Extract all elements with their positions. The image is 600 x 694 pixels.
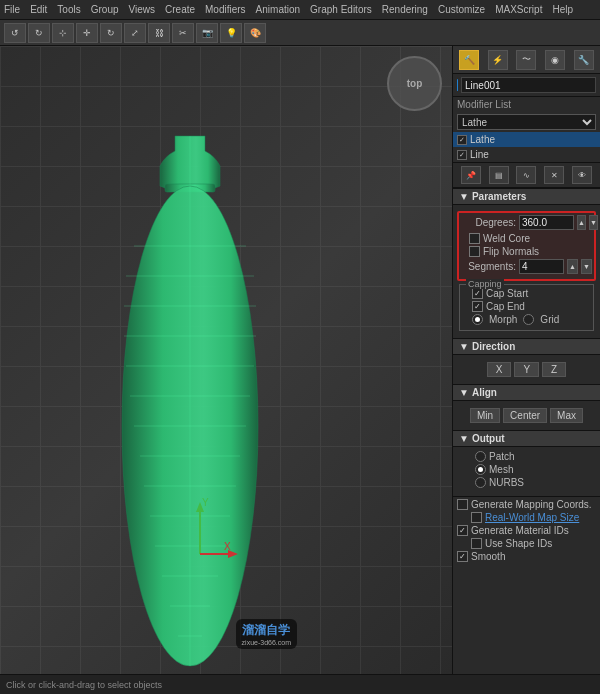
object-name-input[interactable] bbox=[461, 77, 596, 93]
toolbar-camera[interactable]: 📷 bbox=[196, 23, 218, 43]
output-mesh-radio[interactable] bbox=[475, 464, 486, 475]
cap-start-checkbox[interactable] bbox=[472, 288, 483, 299]
watermark-logo: 溜溜自学 bbox=[242, 622, 290, 639]
modifier-checkbox-lathe[interactable] bbox=[457, 135, 467, 145]
output-mesh-label: Mesh bbox=[489, 464, 513, 475]
direction-buttons-row: X Y Z bbox=[457, 362, 596, 377]
mod-icon-stack[interactable]: ▤ bbox=[489, 166, 509, 184]
align-section-header[interactable]: ▼ Align bbox=[453, 384, 600, 401]
menu-customize[interactable]: Customize bbox=[438, 4, 485, 15]
navigation-cube[interactable]: top bbox=[387, 56, 442, 111]
cap-start-label: Cap Start bbox=[486, 288, 528, 299]
parameters-collapse-icon: ▼ bbox=[459, 191, 469, 202]
toolbar-light[interactable]: 💡 bbox=[220, 23, 242, 43]
panel-icon-hierarchy[interactable]: ⚡ bbox=[488, 50, 508, 70]
object-color-swatch[interactable] bbox=[457, 79, 458, 91]
modifier-name-lathe: Lathe bbox=[470, 134, 596, 145]
output-nurbs-row: NURBS bbox=[467, 477, 596, 488]
toolbar-redo[interactable]: ↻ bbox=[28, 23, 50, 43]
use-shape-checkbox[interactable] bbox=[471, 538, 482, 549]
parameters-section-header[interactable]: ▼ Parameters bbox=[453, 188, 600, 205]
direction-section-content: X Y Z bbox=[453, 355, 600, 384]
cap-end-row: Cap End bbox=[464, 301, 589, 312]
toolbar-undo[interactable]: ↺ bbox=[4, 23, 26, 43]
segments-input[interactable] bbox=[519, 259, 564, 274]
menu-rendering[interactable]: Rendering bbox=[382, 4, 428, 15]
morph-label: Morph bbox=[489, 314, 517, 325]
weld-core-row: Weld Core bbox=[461, 233, 592, 244]
svg-text:Y: Y bbox=[202, 497, 209, 508]
panel-icon-utilities[interactable]: 🔧 bbox=[574, 50, 594, 70]
menu-animation[interactable]: Animation bbox=[256, 4, 300, 15]
direction-z-button[interactable]: Z bbox=[542, 362, 566, 377]
panel-icon-motion[interactable]: 〜 bbox=[516, 50, 536, 70]
menu-views[interactable]: Views bbox=[129, 4, 156, 15]
panel-icon-hammer[interactable]: 🔨 bbox=[459, 50, 479, 70]
svg-text:X: X bbox=[224, 541, 231, 552]
real-world-label: Real-World Map Size bbox=[485, 512, 579, 523]
toolbar: ↺ ↻ ⊹ ✛ ↻ ⤢ ⛓ ✂ 📷 💡 🎨 bbox=[0, 20, 600, 46]
panel-icon-display[interactable]: ◉ bbox=[545, 50, 565, 70]
menu-modifiers[interactable]: Modifiers bbox=[205, 4, 246, 15]
align-section-content: Min Center Max bbox=[453, 401, 600, 430]
direction-x-button[interactable]: X bbox=[487, 362, 512, 377]
toolbar-material[interactable]: 🎨 bbox=[244, 23, 266, 43]
status-bar: Click or click-and-drag to select object… bbox=[0, 674, 600, 694]
cap-end-checkbox[interactable] bbox=[472, 301, 483, 312]
mod-icon-delete[interactable]: ✕ bbox=[544, 166, 564, 184]
segments-spin-down[interactable]: ▼ bbox=[581, 259, 592, 274]
toolbar-move[interactable]: ✛ bbox=[76, 23, 98, 43]
degrees-input[interactable] bbox=[519, 215, 574, 230]
capping-title: Capping bbox=[466, 279, 504, 289]
mod-icon-display[interactable]: 👁 bbox=[572, 166, 592, 184]
toolbar-unlink[interactable]: ✂ bbox=[172, 23, 194, 43]
direction-y-button[interactable]: Y bbox=[514, 362, 539, 377]
mod-icon-pin[interactable]: 📌 bbox=[461, 166, 481, 184]
viewport-background: Y X top 溜溜自学 zixue-3d66.com bbox=[0, 46, 452, 674]
modifier-item-line[interactable]: Line bbox=[453, 147, 600, 162]
gen-material-checkbox[interactable] bbox=[457, 525, 468, 536]
toolbar-link[interactable]: ⛓ bbox=[148, 23, 170, 43]
gen-mapping-checkbox[interactable] bbox=[457, 499, 468, 510]
degrees-spin-up[interactable]: ▲ bbox=[577, 215, 586, 230]
smooth-checkbox[interactable] bbox=[457, 551, 468, 562]
viewport[interactable]: Y X top 溜溜自学 zixue-3d66.com bbox=[0, 46, 452, 674]
align-min-button[interactable]: Min bbox=[470, 408, 500, 423]
menu-group[interactable]: Group bbox=[91, 4, 119, 15]
direction-collapse-icon: ▼ bbox=[459, 341, 469, 352]
menu-graph-editors[interactable]: Graph Editors bbox=[310, 4, 372, 15]
menu-create[interactable]: Create bbox=[165, 4, 195, 15]
weld-core-label: Weld Core bbox=[483, 233, 530, 244]
direction-section-header[interactable]: ▼ Direction bbox=[453, 338, 600, 355]
align-collapse-icon: ▼ bbox=[459, 387, 469, 398]
scrollable-panel[interactable]: ▼ Parameters Degrees: ▲ ▼ bbox=[453, 188, 600, 674]
toolbar-rotate[interactable]: ↻ bbox=[100, 23, 122, 43]
use-shape-label: Use Shape IDs bbox=[485, 538, 552, 549]
menu-edit[interactable]: Edit bbox=[30, 4, 47, 15]
mod-icon-curve[interactable]: ∿ bbox=[516, 166, 536, 184]
modifier-checkbox-line[interactable] bbox=[457, 150, 467, 160]
real-world-row: Real-World Map Size bbox=[453, 512, 600, 523]
output-patch-radio[interactable] bbox=[475, 451, 486, 462]
morph-radio[interactable] bbox=[472, 314, 483, 325]
align-max-button[interactable]: Max bbox=[550, 408, 583, 423]
modifier-item-lathe[interactable]: Lathe bbox=[453, 132, 600, 147]
parameters-label: Parameters bbox=[472, 191, 526, 202]
modifier-list-dropdown[interactable]: Lathe Bend Twist bbox=[457, 114, 596, 130]
menu-tools[interactable]: Tools bbox=[57, 4, 80, 15]
weld-core-checkbox[interactable] bbox=[469, 233, 480, 244]
output-section-header[interactable]: ▼ Output bbox=[453, 430, 600, 447]
segments-spin-up[interactable]: ▲ bbox=[567, 259, 578, 274]
toolbar-scale[interactable]: ⤢ bbox=[124, 23, 146, 43]
toolbar-select[interactable]: ⊹ bbox=[52, 23, 74, 43]
output-nurbs-radio[interactable] bbox=[475, 477, 486, 488]
menu-maxscript[interactable]: MAXScript bbox=[495, 4, 542, 15]
gen-material-label: Generate Material IDs bbox=[471, 525, 569, 536]
grid-radio[interactable] bbox=[523, 314, 534, 325]
flip-normals-checkbox[interactable] bbox=[469, 246, 480, 257]
align-center-button[interactable]: Center bbox=[503, 408, 547, 423]
menu-help[interactable]: Help bbox=[552, 4, 573, 15]
degrees-spin-down[interactable]: ▼ bbox=[589, 215, 598, 230]
real-world-checkbox[interactable] bbox=[471, 512, 482, 523]
menu-file[interactable]: File bbox=[4, 4, 20, 15]
